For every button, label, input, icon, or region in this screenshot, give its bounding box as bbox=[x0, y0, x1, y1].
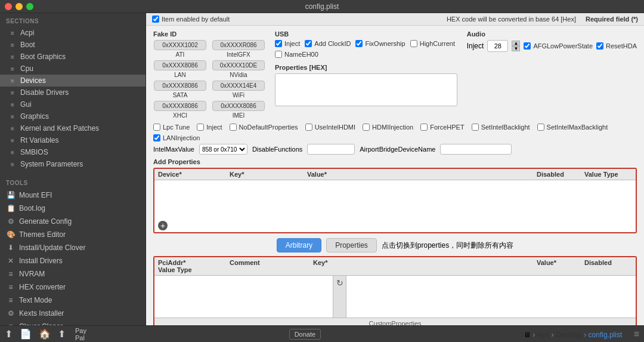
usb-addclockid-checkbox[interactable] bbox=[305, 40, 312, 47]
sidebar-tool-mount-efi[interactable]: 💾 Mount EFI bbox=[0, 189, 145, 202]
lan-injection-label[interactable]: LANInjection bbox=[153, 134, 200, 141]
sidebar-tool-text-mode[interactable]: ≡ Text Mode bbox=[0, 294, 145, 307]
use-intel-hdmi-checkbox[interactable] bbox=[305, 124, 312, 131]
fake-id-lan-btn[interactable]: 0xXXXX8086 bbox=[154, 60, 206, 70]
fake-id-xhci-btn[interactable]: 0xXXXX8086 bbox=[154, 101, 206, 111]
toolbar-icon-3[interactable]: 🏠 bbox=[39, 328, 51, 340]
intel-max-value-select[interactable]: 858 or 0x710 bbox=[199, 144, 247, 155]
tools-label: TOOLS bbox=[0, 175, 145, 189]
sidebar-item-system-parameters[interactable]: ≡ System Parameters bbox=[0, 158, 145, 170]
use-intel-hdmi-label[interactable]: UseIntelHDMI bbox=[305, 124, 355, 131]
usb-inject-label[interactable]: Inject bbox=[275, 40, 300, 47]
sidebar-item-label: Boot Graphics bbox=[20, 53, 66, 61]
reset-hda-label[interactable]: ResetHDA bbox=[596, 42, 637, 50]
toolbar-icon-2[interactable]: 📄 bbox=[20, 328, 32, 340]
sidebar-item-boot-graphics[interactable]: ≡ Boot Graphics bbox=[0, 51, 145, 63]
list-icon: ≡ bbox=[8, 41, 17, 49]
no-default-props-checkbox[interactable] bbox=[230, 124, 237, 131]
set-intel-max-backlight-label[interactable]: SetIntelMaxBacklight bbox=[537, 124, 608, 131]
sidebar-tool-themes-editor[interactable]: 🎨 Themes Editor bbox=[0, 228, 145, 241]
inject-down-arrow[interactable]: ▼ bbox=[512, 46, 520, 51]
donate-button[interactable]: Donate bbox=[289, 329, 321, 340]
afg-low-power-label[interactable]: AFGLowPowerState bbox=[524, 42, 593, 50]
fake-id-lan: 0xXXXX8086 LAN bbox=[153, 60, 207, 78]
audio-inject-input[interactable] bbox=[487, 40, 508, 52]
sidebar-tool-install-clover[interactable]: ⬇ Install/Update Clover bbox=[0, 241, 145, 254]
toolbar-icon-1[interactable]: ⬆ bbox=[5, 328, 13, 340]
maximize-button[interactable] bbox=[26, 3, 33, 10]
usb-nameeh00-checkbox[interactable] bbox=[275, 51, 282, 58]
fake-id-imei-btn[interactable]: 0xXXXX8086 bbox=[212, 101, 265, 111]
refresh-icon[interactable]: ↻ bbox=[336, 278, 343, 288]
fake-id-ati-btn[interactable]: 0xXXXX1002 bbox=[154, 40, 206, 50]
force-hpet-checkbox[interactable] bbox=[420, 124, 428, 131]
sidebar-item-graphics[interactable]: ≡ Graphics bbox=[0, 110, 145, 122]
tool-label: Mount EFI bbox=[19, 191, 52, 199]
info-bar: Item enabled by default HEX code will be… bbox=[146, 13, 644, 26]
properties-button[interactable]: Properties bbox=[326, 238, 377, 252]
inject-up-arrow[interactable]: ▲ bbox=[512, 41, 520, 46]
hdmi-injection-label[interactable]: HDMIInjection bbox=[363, 124, 413, 131]
fake-id-nvidia-btn[interactable]: 0xXXXX10DE bbox=[212, 60, 265, 70]
close-button[interactable] bbox=[5, 3, 12, 10]
props-hex-textarea[interactable] bbox=[275, 73, 457, 106]
sidebar-item-boot[interactable]: ≡ Boot bbox=[0, 39, 145, 51]
sidebar-tool-boot-log[interactable]: 📋 Boot.log bbox=[0, 202, 145, 215]
set-intel-backlight-checkbox[interactable] bbox=[472, 124, 479, 131]
inject-checkbox[interactable] bbox=[197, 124, 204, 131]
sidebar-item-cpu[interactable]: ≡ Cpu bbox=[0, 63, 145, 75]
add-row-button[interactable]: + bbox=[158, 221, 168, 230]
sidebar-item-acpi[interactable]: ≡ Acpi bbox=[0, 27, 145, 39]
sidebar-tool-clover-cloner[interactable]: ≡ Clover Cloner bbox=[0, 320, 145, 325]
fake-id-intelgfx-btn[interactable]: 0xXXXXR086 bbox=[212, 40, 265, 50]
cross-icon: ✕ bbox=[6, 256, 16, 266]
sidebar-tool-kexts-installer[interactable]: ⚙ Kexts Installer bbox=[0, 307, 145, 320]
usb-fixownership-label[interactable]: FixOwnership bbox=[355, 40, 405, 47]
toolbar-icon-4[interactable]: ⬆ bbox=[58, 328, 66, 340]
menu-icon[interactable]: ≡ bbox=[634, 329, 639, 339]
sidebar-item-label: Gui bbox=[20, 100, 32, 109]
airport-label: AirportBridgeDeviceName bbox=[360, 146, 435, 153]
item-enabled-checkbox[interactable]: Item enabled by default bbox=[152, 16, 230, 23]
sidebar-item-smbios[interactable]: ≡ SMBIOS bbox=[0, 146, 145, 158]
force-hpet-label[interactable]: ForceHPET bbox=[420, 124, 464, 131]
add-properties-table: Device* Key* Value* Disabled Value Type … bbox=[153, 168, 637, 233]
fake-id-sata-btn[interactable]: 0xXXXX8086 bbox=[154, 81, 206, 91]
fake-id-wifi-btn[interactable]: 0xXXXX14E4 bbox=[212, 81, 265, 91]
lpc-tune-checkbox[interactable] bbox=[153, 124, 160, 131]
sidebar-item-devices[interactable]: ≡ Devices bbox=[0, 75, 145, 87]
reset-hda-checkbox[interactable] bbox=[596, 42, 603, 50]
usb-inject-checkbox[interactable] bbox=[275, 40, 282, 47]
airport-input[interactable] bbox=[440, 144, 512, 155]
usb-addclockid-label[interactable]: Add ClockID bbox=[305, 40, 351, 47]
disable-functions-input[interactable] bbox=[307, 144, 355, 155]
inject-label[interactable]: Inject bbox=[197, 124, 222, 131]
no-default-props-label[interactable]: NoDefaultProperties bbox=[230, 124, 298, 131]
set-intel-max-backlight-checkbox[interactable] bbox=[537, 124, 544, 131]
usb-fixownership-checkbox[interactable] bbox=[355, 40, 363, 47]
sidebar-item-rt-variables[interactable]: ≡ Rt Variables bbox=[0, 134, 145, 146]
lower-table: PciAddr* Comment Key* Value* Disabled Va… bbox=[153, 256, 637, 325]
afg-low-power-checkbox[interactable] bbox=[524, 42, 531, 50]
usb-row1: Inject Add ClockID FixOwnership Hig bbox=[275, 40, 457, 47]
usb-highcurrent-label[interactable]: HighCurrent bbox=[410, 40, 455, 47]
sidebar-item-label: Graphics bbox=[20, 112, 49, 121]
sidebar-tool-install-drivers[interactable]: ✕ Install Drivers bbox=[0, 254, 145, 267]
hdmi-injection-checkbox[interactable] bbox=[363, 124, 370, 131]
list-icon: ≡ bbox=[8, 64, 17, 73]
sidebar-tool-nvram[interactable]: ≡ NVRAM bbox=[0, 267, 145, 281]
usb-highcurrent-checkbox[interactable] bbox=[410, 40, 417, 47]
sidebar-tool-hex-converter[interactable]: ≡ HEX converter bbox=[0, 281, 145, 294]
lan-injection-checkbox[interactable] bbox=[153, 134, 160, 141]
item-enabled-input[interactable] bbox=[152, 16, 159, 23]
sidebar-item-kernel[interactable]: ≡ Kernel and Kext Patches bbox=[0, 122, 145, 134]
set-intel-backlight-label[interactable]: SetIntelBacklight bbox=[472, 124, 530, 131]
minimize-button[interactable] bbox=[16, 3, 23, 10]
arbitrary-button[interactable]: Arbitrary bbox=[277, 238, 321, 252]
lpc-tune-label[interactable]: Lpc Tune bbox=[153, 124, 190, 131]
sidebar-item-disable-drivers[interactable]: ≡ Disable Drivers bbox=[0, 87, 145, 98]
sidebar-item-gui[interactable]: ≡ Gui bbox=[0, 98, 145, 110]
sidebar-tool-generate-config[interactable]: ⚙ Generate Config bbox=[0, 215, 145, 228]
usb-nameeh00-label[interactable]: NameEH00 bbox=[275, 51, 318, 58]
bottom-bar: ⬆ 📄 🏠 ⬆ PayPal Donate 🖥 › wyx › Desktop … bbox=[0, 325, 644, 342]
